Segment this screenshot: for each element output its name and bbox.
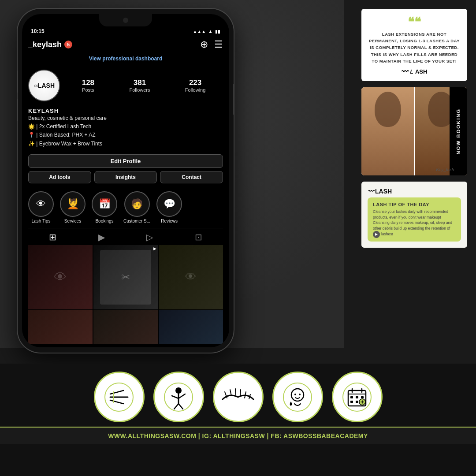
bio-name: KEYLASH: [28, 108, 223, 114]
face-silhouette-1: [375, 92, 401, 127]
power-button: [233, 84, 234, 115]
bottom-section: WWW.ALLTHINGSASW.COM | IG: ALLTHINGSASW …: [0, 364, 476, 476]
svg-rect-27: [350, 396, 353, 398]
highlight-label-services: Services: [64, 219, 81, 223]
play-button-icon[interactable]: ▶: [373, 231, 380, 238]
highlight-circle-lash-tips: 👁: [28, 191, 54, 217]
bottom-icon-reviews[interactable]: [272, 372, 323, 422]
feed-post-4[interactable]: [28, 310, 93, 344]
quote-marks-icon: ❝❝: [368, 16, 460, 28]
highlight-circle-customer: 🧑: [124, 191, 150, 217]
svg-line-14: [235, 389, 236, 395]
footer-bar: WWW.ALLTHINGSASW.COM | IG: ALLTHINGSASW …: [0, 427, 476, 444]
insights-button[interactable]: Insights: [94, 171, 157, 183]
bottom-icon-lash[interactable]: [213, 372, 264, 422]
instagram-profile: _keylash 5 ⊕ ☰ View professional dashboa…: [22, 37, 229, 344]
stylist-svg: [163, 382, 194, 413]
followers-label: Followers: [129, 87, 150, 93]
feed-post-1[interactable]: 👁: [28, 245, 93, 309]
phone-notch: [99, 14, 152, 26]
signal-icon: ▲▲▲: [193, 29, 206, 34]
edit-profile-button[interactable]: Edit Profile: [28, 154, 223, 168]
quote-text: LASH EXTENSIONS ARE NOT PERMANENT, LOSIN…: [368, 31, 460, 64]
highlight-label-reviews: Reviews: [161, 219, 178, 223]
booking-svg: [342, 382, 372, 413]
quote-card-logo: 〰 LASH: [368, 68, 460, 76]
following-label: Following: [185, 87, 205, 93]
bottom-icon-lash-tools[interactable]: [94, 372, 145, 422]
feed-grid: 👁 ✂ ▶ 👁: [28, 245, 223, 344]
svg-point-21: [299, 394, 301, 395]
tab-reels[interactable]: ▷: [146, 232, 153, 242]
lash-tip-logo: 〰 LASH: [368, 188, 392, 195]
svg-rect-28: [356, 396, 358, 398]
followers-count: 381: [129, 78, 150, 87]
contact-button[interactable]: Contact: [160, 171, 223, 183]
lash-tip-body: Cleanse your lashes daily with recommend…: [373, 209, 456, 237]
profile-buttons: Edit Profile Ad tools Insights Contact: [28, 151, 223, 187]
before-photo: [361, 87, 414, 175]
lash-tools-svg: [104, 382, 134, 413]
profile-stats-row: ꝏ LASH 128 Posts 381 Followers: [28, 66, 223, 105]
highlight-label-customer: Customer S...: [123, 219, 150, 223]
lash-svg: [220, 384, 256, 410]
status-icons: ▲▲▲ ▲ ▮▮: [193, 29, 220, 34]
quote-logo-icon: 〰: [402, 68, 409, 76]
svg-point-6: [175, 387, 182, 394]
highlight-lash-tips[interactable]: 👁 Lash Tips: [28, 191, 54, 223]
action-buttons-row: Ad tools Insights Contact: [28, 171, 223, 183]
posts-stat: 128 Posts: [82, 78, 94, 93]
posts-label: Posts: [82, 87, 94, 93]
highlight-services[interactable]: 💆 Services: [60, 191, 86, 223]
front-camera: [123, 18, 128, 23]
username-text: _keylash: [28, 40, 62, 49]
followers-stat[interactable]: 381 Followers: [129, 78, 150, 93]
profile-header: _keylash 5 ⊕ ☰: [28, 37, 223, 54]
tab-video[interactable]: ▶: [98, 232, 105, 242]
feed-post-6[interactable]: [159, 310, 223, 344]
add-post-icon[interactable]: ⊕: [200, 39, 208, 50]
lash-tip-logo-text: LASH: [375, 188, 392, 195]
profile-avatar[interactable]: ꝏ LASH: [28, 70, 60, 101]
highlight-circle-services: 💆: [60, 191, 86, 217]
tab-grid[interactable]: ⊞: [49, 232, 56, 242]
lash-tip-bubble: LASH TIP OF THE DAY Cleanse your lashes …: [368, 197, 461, 242]
svg-rect-29: [361, 396, 364, 398]
bottom-icons-row: [0, 364, 476, 427]
highlight-bookings[interactable]: 📅 Bookings: [92, 191, 117, 223]
notification-badge: 5: [64, 41, 72, 48]
lash-tip-title: LASH TIP OF THE DAY: [373, 202, 456, 207]
bio-line-1: Beauty, cosmetic & personal care: [28, 114, 223, 123]
following-count: 223: [185, 78, 205, 87]
svg-point-20: [294, 394, 296, 395]
header-actions: ⊕ ☰: [200, 39, 223, 50]
right-panels: ❝❝ LASH EXTENSIONS ARE NOT PERMANENT, LO…: [361, 9, 467, 248]
story-highlights: 👁 Lash Tips 💆 Services 📅 Bookings 🧑 Cust…: [28, 187, 223, 228]
lash-tip-header: 〰 LASH: [368, 188, 461, 195]
highlight-reviews[interactable]: 💬 Reviews: [156, 191, 182, 223]
bio-line-3: 📍 | Salon Based: PHX + AZ: [28, 131, 223, 139]
highlight-circle-reviews: 💬: [156, 191, 182, 217]
ad-tools-button[interactable]: Ad tools: [28, 171, 91, 183]
username-row: _keylash 5: [28, 40, 72, 49]
volume-up-button: [18, 71, 18, 93]
feed-tabs: ⊞ ▶ ▷ ⊡: [28, 228, 223, 244]
bottom-icon-stylist[interactable]: [153, 372, 204, 422]
volume-down-button: [18, 99, 18, 121]
lash-tip-card: 〰 LASH LASH TIP OF THE DAY Cleanse your …: [361, 182, 467, 248]
feed-post-2[interactable]: ✂ ▶: [93, 245, 158, 309]
feed-post-5[interactable]: ▶: [93, 310, 158, 344]
tab-tagged[interactable]: ⊡: [195, 232, 202, 242]
following-stat[interactable]: 223 Following: [185, 78, 205, 93]
stats-container: 128 Posts 381 Followers 223 Following: [64, 78, 223, 93]
highlight-customer[interactable]: 🧑 Customer S...: [123, 191, 150, 223]
battery-icon: ▮▮: [215, 29, 220, 34]
professional-dashboard-link[interactable]: View professional dashboard: [28, 54, 223, 66]
menu-icon[interactable]: ☰: [214, 39, 223, 50]
highlight-label-bookings: Bookings: [95, 219, 113, 223]
feed-post-3[interactable]: 👁: [159, 245, 223, 309]
now-booking-strip: NOW BOOKING: [450, 87, 467, 175]
quote-card: ❝❝ LASH EXTENSIONS ARE NOT PERMANENT, LO…: [361, 9, 467, 81]
bottom-icon-booking[interactable]: [332, 372, 383, 422]
now-booking-text: NOW BOOKING: [456, 108, 461, 155]
